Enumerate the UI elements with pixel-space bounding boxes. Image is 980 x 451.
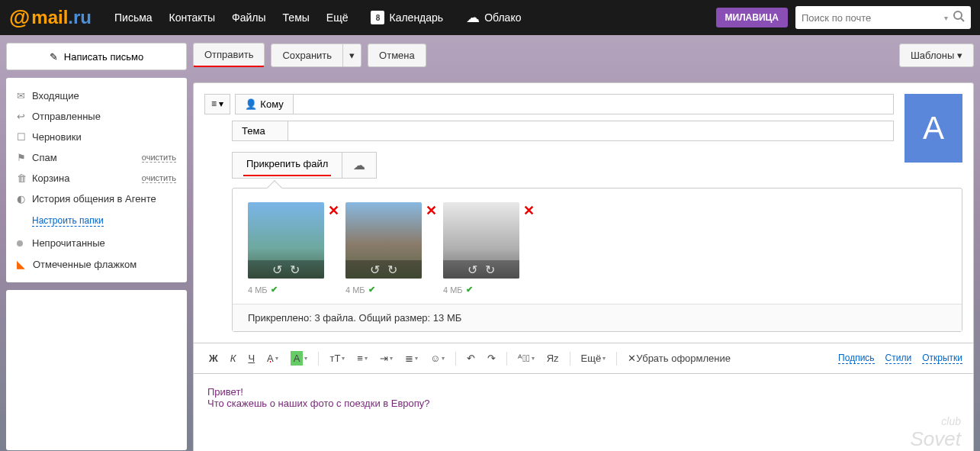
indent-button[interactable]: ⇥▾ bbox=[375, 350, 397, 367]
remove-attachment-icon[interactable]: ✕ bbox=[328, 202, 339, 219]
attachment-2: ↺↻ ✕ 4 МБ✔ bbox=[345, 202, 422, 295]
editor-more-button[interactable]: Ещё▾ bbox=[577, 350, 611, 367]
sidebar-ad-slot bbox=[6, 290, 187, 450]
translit-button[interactable]: Яz bbox=[542, 350, 564, 367]
rotate-right-icon[interactable]: ↻ bbox=[387, 263, 397, 277]
to-row: ≡ ▾ 👤Кому bbox=[204, 94, 962, 114]
nav-mail[interactable]: Письма bbox=[114, 11, 153, 24]
bold-button[interactable]: Ж bbox=[204, 350, 223, 367]
search-box[interactable]: ▾ bbox=[795, 6, 971, 29]
nav-contacts[interactable]: Контакты bbox=[169, 11, 215, 24]
folder-drafts[interactable]: ☐Черновики bbox=[17, 127, 176, 147]
search-input[interactable] bbox=[802, 12, 940, 24]
rotate-left-icon[interactable]: ↺ bbox=[370, 263, 380, 277]
signature-link[interactable]: Подпись bbox=[838, 353, 875, 364]
send-button[interactable]: Отправить bbox=[193, 43, 265, 67]
folder-spam[interactable]: ⚑Спамочистить bbox=[17, 147, 176, 168]
cancel-button[interactable]: Отмена bbox=[368, 43, 426, 67]
rotate-left-icon[interactable]: ↺ bbox=[272, 263, 282, 277]
italic-button[interactable]: К bbox=[226, 350, 241, 367]
folder-list: ✉Входящие ↩Отправленные ☐Черновики ⚑Спам… bbox=[6, 78, 187, 282]
save-group: Сохранить ▾ bbox=[271, 43, 361, 67]
search-caret-icon[interactable]: ▾ bbox=[944, 14, 948, 22]
check-icon: ✔ bbox=[466, 285, 473, 295]
calendar-icon: 8 bbox=[371, 11, 384, 24]
clear-spam[interactable]: очистить bbox=[142, 153, 176, 163]
clear-trash[interactable]: очистить bbox=[142, 173, 176, 183]
undo-button[interactable]: ↶ bbox=[462, 350, 480, 367]
main-nav: Письма Контакты Файлы Темы Ещё bbox=[114, 11, 348, 24]
nav-calendar[interactable]: 8 Календарь bbox=[371, 11, 443, 24]
svg-point-0 bbox=[954, 11, 962, 19]
flame-icon: ⚑ bbox=[17, 152, 32, 163]
editor-links: Подпись Стили Открытки bbox=[838, 353, 962, 364]
flag-icon: ◣ bbox=[17, 258, 25, 270]
spellcheck-button[interactable]: ᴬᴮͨ▾ bbox=[513, 350, 539, 367]
compose-button[interactable]: ✎ Написать письмо bbox=[6, 43, 187, 70]
check-icon: ✔ bbox=[271, 285, 278, 295]
save-button[interactable]: Сохранить bbox=[271, 43, 343, 67]
field-options-button[interactable]: ≡ ▾ bbox=[204, 94, 230, 114]
text-color-button[interactable]: А▾ bbox=[262, 350, 283, 367]
app-header: @ mail .ru Письма Контакты Файлы Темы Ещ… bbox=[0, 0, 980, 35]
attachment-1: ↺↻ ✕ 4 МБ✔ bbox=[248, 202, 324, 295]
underline-button[interactable]: Ч bbox=[243, 350, 259, 367]
nav-files[interactable]: Файлы bbox=[232, 11, 265, 24]
search-icon[interactable] bbox=[953, 10, 965, 25]
reply-icon: ↩ bbox=[17, 111, 32, 122]
cloud-icon: ☁ bbox=[466, 9, 480, 26]
body-line: Что скажешь о наших фото с поездки в Евр… bbox=[207, 398, 959, 409]
editor-toolbar: Ж К Ч А▾ А▾ тТ▾ ≡▾ ⇥▾ ≣▾ ☺▾ ↶ ↷ ᴬᴮͨ▾ Яz … bbox=[193, 343, 974, 374]
templates-button[interactable]: Шаблоны ▾ bbox=[899, 43, 974, 67]
list-button[interactable]: ≣▾ bbox=[400, 350, 423, 367]
main-area: Отправить Сохранить ▾ Отмена Шаблоны ▾ А… bbox=[193, 43, 974, 451]
thumb-image[interactable]: ↺↻ bbox=[443, 202, 519, 279]
rotate-right-icon[interactable]: ↻ bbox=[485, 263, 495, 277]
cloud-icon: ☁ bbox=[353, 159, 365, 172]
editor-body[interactable]: Привет! Что скажешь о наших фото с поезд… bbox=[193, 374, 974, 451]
nav-more[interactable]: Ещё bbox=[326, 11, 349, 24]
folder-trash[interactable]: 🗑Корзинаочистить bbox=[17, 168, 176, 188]
folder-sent[interactable]: ↩Отправленные bbox=[17, 106, 176, 127]
thumb-image[interactable]: ↺↻ bbox=[345, 202, 422, 279]
font-size-button[interactable]: тТ▾ bbox=[325, 350, 349, 367]
bg-color-button[interactable]: А▾ bbox=[286, 348, 313, 369]
watermark: club Sovet bbox=[911, 415, 962, 451]
attach-summary: Прикреплено: 3 файла. Общий размер: 13 М… bbox=[233, 304, 962, 331]
dot-icon bbox=[17, 240, 23, 246]
logo[interactable]: @ mail .ru bbox=[9, 5, 92, 30]
to-label: 👤Кому bbox=[235, 94, 293, 114]
attachments-box: ↺↻ ✕ 4 МБ✔ ↺↻ ✕ 4 МБ✔ ↺↻ ✕ 4 МБ✔ bbox=[232, 188, 962, 332]
attach-file-button[interactable]: Прикрепить файл bbox=[232, 152, 342, 179]
remove-attachment-icon[interactable]: ✕ bbox=[426, 202, 437, 219]
styles-link[interactable]: Стили bbox=[885, 353, 912, 364]
filter-flagged[interactable]: ◣Отмеченные флажком bbox=[17, 253, 176, 275]
rotate-right-icon[interactable]: ↻ bbox=[290, 263, 300, 277]
envelope-icon: ✉ bbox=[17, 90, 32, 101]
rotate-left-icon[interactable]: ↺ bbox=[468, 263, 477, 277]
cards-link[interactable]: Открытки bbox=[922, 353, 962, 364]
thumb-image[interactable]: ↺↻ bbox=[248, 202, 324, 279]
nav-cloud[interactable]: ☁ Облако bbox=[466, 9, 521, 26]
save-dropdown[interactable]: ▾ bbox=[343, 43, 361, 67]
folder-agent[interactable]: ◐История общения в Агенте bbox=[17, 188, 176, 209]
remove-format-button[interactable]: ✕ Убрать оформление bbox=[623, 350, 735, 367]
attach-cloud-button[interactable]: ☁ bbox=[342, 152, 377, 179]
align-button[interactable]: ≡▾ bbox=[352, 350, 372, 367]
user-badge[interactable]: МИЛАВИЦА bbox=[716, 8, 788, 27]
chat-icon: ◐ bbox=[17, 193, 32, 205]
filter-unread[interactable]: Непрочитанные bbox=[17, 233, 176, 253]
logo-at-icon: @ bbox=[9, 5, 30, 30]
nav-themes[interactable]: Темы bbox=[283, 11, 310, 24]
emoji-button[interactable]: ☺▾ bbox=[426, 350, 449, 367]
svg-line-1 bbox=[961, 18, 964, 21]
redo-button[interactable]: ↷ bbox=[483, 350, 500, 367]
to-input[interactable] bbox=[294, 94, 894, 114]
folder-settings-link[interactable]: Настроить папки bbox=[32, 215, 104, 227]
avatar: А bbox=[904, 94, 962, 163]
remove-attachment-icon[interactable]: ✕ bbox=[523, 202, 535, 219]
folder-inbox[interactable]: ✉Входящие bbox=[17, 85, 176, 106]
subject-input[interactable] bbox=[288, 121, 894, 141]
person-icon: 👤 bbox=[245, 98, 257, 110]
document-icon: ☐ bbox=[17, 131, 32, 143]
